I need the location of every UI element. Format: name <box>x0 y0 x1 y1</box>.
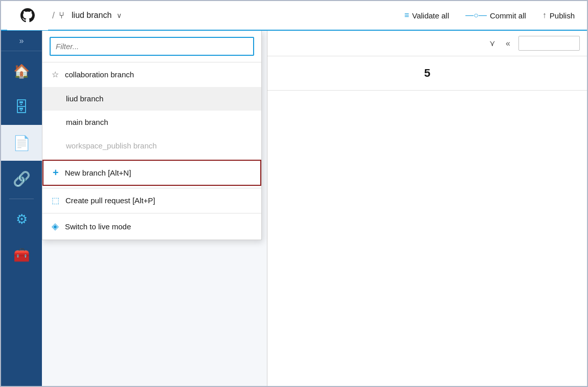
branch-icon: ⑂ <box>59 10 64 21</box>
sidebar-item-pipeline[interactable]: 🔗 <box>1 161 42 197</box>
filter-input[interactable] <box>50 37 254 56</box>
sort-desc-icon: ⋎ <box>489 39 495 48</box>
validate-icon: ≡ <box>404 11 409 20</box>
top-bar-left: / ⑂ liud branch ∨ <box>7 1 398 30</box>
live-mode-icon: ◈ <box>52 221 59 232</box>
branch-dropdown: ☆ collaboration branch liud branch main … <box>42 31 262 240</box>
commit-icon: —○— <box>465 11 487 20</box>
chevron-down-icon: ∨ <box>117 11 122 19</box>
sidebar-item-home[interactable]: 🏠 <box>1 53 42 89</box>
branch-selector[interactable]: liud branch ∨ <box>67 9 126 22</box>
documents-icon: 📄 <box>13 135 31 152</box>
live-mode-label: Switch to live mode <box>65 222 131 231</box>
pull-request-icon: ⬚ <box>52 196 59 205</box>
content-area: ☆ collaboration branch liud branch main … <box>42 31 587 386</box>
branch-name: liud branch <box>72 11 111 20</box>
right-panel-header: ⋎ « <box>267 31 587 56</box>
live-mode-item[interactable]: ◈ Switch to live mode <box>42 213 261 240</box>
branch-item-workspace[interactable]: workspace_publish branch <box>42 134 261 158</box>
top-bar: / ⑂ liud branch ∨ ≡ Validate all —○— Com… <box>1 1 587 31</box>
publish-icon: ↑ <box>542 11 547 20</box>
github-icon <box>20 8 35 23</box>
breadcrumb-slash: / <box>52 10 55 21</box>
sidebar-item-database[interactable]: 🗄 <box>1 89 42 125</box>
collapse-icon: « <box>506 39 510 48</box>
monitor-icon: ⚙ <box>16 211 28 227</box>
number-display: 5 <box>267 56 587 91</box>
branch-main-label: main branch <box>66 118 108 126</box>
validate-all-button[interactable]: ≡ Validate all <box>398 8 456 23</box>
branch-workspace-label: workspace_publish branch <box>66 141 157 150</box>
commit-label: Commit all <box>490 11 526 20</box>
publish-label: Publish <box>550 11 575 20</box>
star-icon: ☆ <box>52 70 59 79</box>
sidebar-item-monitor[interactable]: ⚙ <box>1 201 42 237</box>
filter-input-wrapper <box>42 31 261 62</box>
validate-label: Validate all <box>412 11 449 20</box>
branch-liud-label: liud branch <box>66 94 103 103</box>
branch-item-main[interactable]: main branch <box>42 111 261 134</box>
collapse-button[interactable]: « <box>504 37 512 50</box>
new-branch-label: New branch [Alt+N] <box>65 168 131 177</box>
branch-item-liud[interactable]: liud branch <box>42 87 261 111</box>
tools-icon: 🧰 <box>13 247 30 263</box>
pull-request-item[interactable]: ⬚ Create pull request [Alt+P] <box>42 188 261 213</box>
branch-item-collaboration[interactable]: ☆ collaboration branch <box>42 62 261 87</box>
branch-collaboration-label: collaboration branch <box>65 70 134 79</box>
expand-icon: » <box>19 36 24 46</box>
plus-icon: + <box>53 167 59 179</box>
pull-request-label: Create pull request [Alt+P] <box>65 196 155 205</box>
sort-desc-button[interactable]: ⋎ <box>487 36 497 50</box>
right-panel-search[interactable] <box>518 36 580 51</box>
sidebar-divider <box>9 199 34 199</box>
number-value: 5 <box>424 67 430 79</box>
commit-all-button[interactable]: —○— Commit all <box>459 8 532 23</box>
sidebar-item-documents[interactable]: 📄 <box>1 125 42 161</box>
new-branch-item[interactable]: + New branch [Alt+N] <box>42 160 261 186</box>
sidebar: » 🏠 🗄 📄 🔗 ⚙ 🧰 <box>1 31 42 386</box>
pipeline-icon: 🔗 <box>13 170 31 187</box>
database-icon: 🗄 <box>14 99 29 116</box>
sidebar-expand-button[interactable]: » <box>1 31 42 51</box>
github-logo <box>7 1 48 30</box>
publish-button[interactable]: ↑ Publish <box>536 8 581 23</box>
main-area: » 🏠 🗄 📄 🔗 ⚙ 🧰 <box>1 31 587 386</box>
home-icon: 🏠 <box>13 63 30 79</box>
top-bar-actions: ≡ Validate all —○— Commit all ↑ Publish <box>398 8 581 23</box>
right-panel: ⋎ « 5 <box>267 31 587 386</box>
sidebar-item-tools[interactable]: 🧰 <box>1 237 42 273</box>
